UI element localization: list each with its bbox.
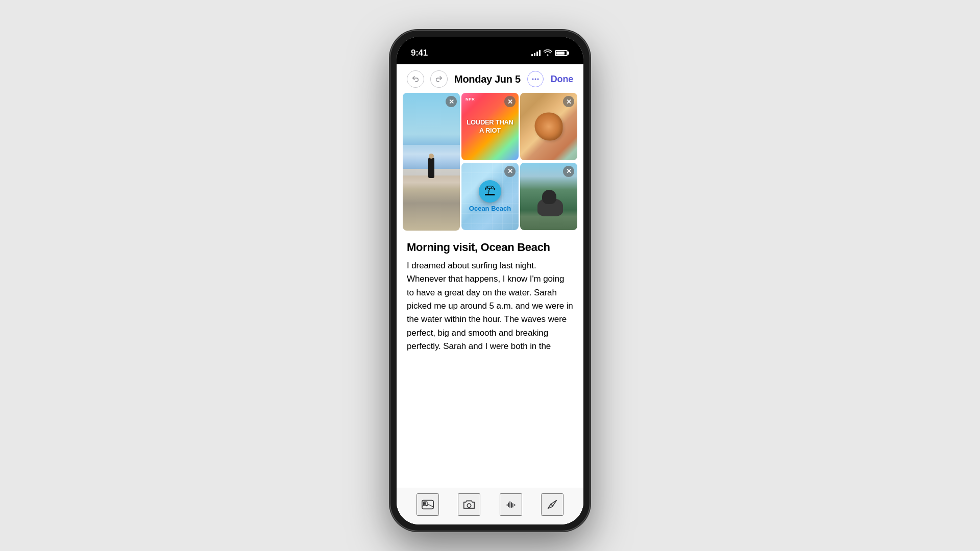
podcast-item[interactable]: NPR LOUDER THAN A RIOT ✕ [461, 93, 519, 160]
svg-point-1 [534, 79, 536, 80]
close-icon: ✕ [566, 168, 572, 174]
signal-bar-4 [539, 50, 541, 56]
header-actions: Done [527, 71, 573, 87]
shell-photo-item[interactable]: ✕ [520, 93, 577, 160]
undo-button[interactable] [407, 70, 424, 88]
journal-content: Morning visit, Ocean Beach I dreamed abo… [397, 236, 583, 488]
more-button[interactable] [527, 71, 544, 87]
shell-shape [535, 113, 563, 141]
umbrella-icon: ⛱ [484, 185, 496, 198]
remove-dog-photo-button[interactable]: ✕ [563, 166, 574, 177]
remove-shell-photo-button[interactable]: ✕ [563, 96, 574, 107]
svg-point-6 [468, 504, 471, 507]
journal-body[interactable]: I dreamed about surfing last night. When… [407, 259, 573, 353]
close-icon: ✕ [566, 98, 572, 105]
status-bar: 9:41 [397, 37, 583, 64]
dog-head [542, 190, 556, 204]
npr-label: NPR [465, 97, 475, 102]
battery-icon [555, 50, 569, 56]
redo-button[interactable] [430, 70, 448, 88]
beach-figure [428, 158, 434, 178]
phone-screen: 9:41 [397, 37, 583, 524]
podcast-title: LOUDER THAN A RIOT [465, 118, 514, 134]
dog-photo-item[interactable]: ✕ [520, 163, 577, 230]
signal-icon [531, 50, 541, 56]
done-button[interactable]: Done [551, 74, 573, 85]
wifi-icon [544, 49, 552, 57]
status-icons [531, 49, 569, 57]
signal-bar-2 [534, 53, 535, 56]
remove-map-button[interactable]: ✕ [504, 166, 516, 177]
header-date: Monday Jun 5 [454, 73, 521, 85]
remove-beach-photo-button[interactable]: ✕ [446, 96, 457, 107]
map-location-label: Ocean Beach [469, 205, 511, 213]
svg-point-5 [424, 502, 426, 504]
journal-title[interactable]: Morning visit, Ocean Beach [407, 241, 573, 254]
app-content: Monday Jun 5 Done [397, 64, 583, 524]
audio-button[interactable] [500, 493, 522, 516]
signal-bar-1 [531, 54, 533, 56]
nav-buttons [407, 70, 448, 88]
journal-header: Monday Jun 5 Done [397, 64, 583, 93]
photo-library-button[interactable] [416, 493, 439, 516]
dynamic-island [459, 42, 521, 59]
camera-button[interactable] [458, 493, 480, 516]
media-grid: ✕ NPR LOUDER THAN A RIOT ✕ [397, 93, 583, 231]
map-pin: ⛱ Ocean Beach [469, 180, 511, 213]
pin-circle: ⛱ [479, 180, 501, 203]
beach-photo-bg [403, 93, 460, 231]
signal-bar-3 [536, 52, 538, 56]
phone-device: 9:41 [390, 31, 590, 531]
close-icon: ✕ [449, 98, 454, 105]
close-icon: ✕ [507, 168, 513, 174]
beach-photo-item[interactable]: ✕ [403, 93, 460, 231]
close-icon: ✕ [507, 98, 513, 105]
svg-point-0 [532, 79, 533, 80]
remove-podcast-button[interactable]: ✕ [504, 96, 516, 107]
svg-point-2 [537, 79, 538, 80]
map-item[interactable]: ⛱ Ocean Beach ✕ [461, 163, 519, 230]
status-time: 9:41 [411, 48, 428, 58]
input-toolbar [397, 488, 583, 524]
location-button[interactable] [541, 493, 564, 516]
